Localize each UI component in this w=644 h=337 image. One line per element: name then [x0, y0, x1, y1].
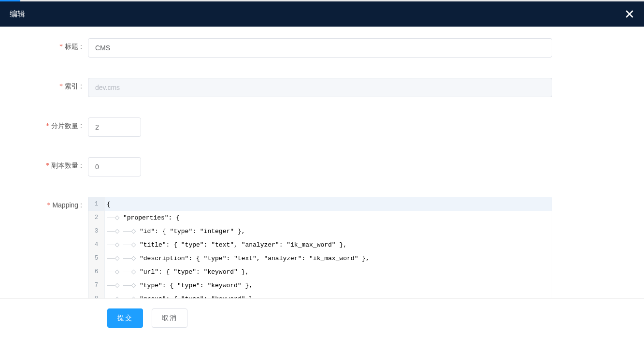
code-text: "properties": { [123, 214, 180, 221]
line-number: 7 [88, 278, 105, 292]
row-index: * 索引: [0, 78, 644, 97]
code-content: "description": { "type": "text", "analyz… [105, 251, 552, 265]
code-line[interactable]: 7"type": { "type": "keyword" }, [88, 278, 552, 292]
submit-button[interactable]: 提交 [107, 308, 143, 328]
indent-guide-icon [123, 251, 140, 265]
code-line[interactable]: 3"id": { "type": "integer" }, [88, 224, 552, 238]
line-number: 6 [88, 265, 105, 278]
label-text: 索引 [65, 82, 78, 91]
code-line[interactable]: 1{ [88, 197, 552, 211]
form-body: * 标题: * 索引: * 分片数量: * 副本数量: [0, 27, 644, 298]
code-content: "id": { "type": "integer" }, [105, 224, 552, 238]
code-content: "url": { "type": "keyword" }, [105, 265, 552, 278]
label-text: 标题 [65, 43, 78, 51]
indent-guide-icon [123, 278, 140, 292]
indent-guide-icon [123, 292, 140, 298]
label-index: * 索引: [0, 78, 88, 91]
code-content: "title": { "type": "text", "analyzer": "… [105, 238, 552, 251]
close-icon [626, 10, 633, 18]
modal-header: 编辑 [0, 1, 644, 27]
code-text: "description": { "type": "text", "analyz… [140, 255, 370, 262]
line-number: 5 [88, 251, 105, 265]
code-content: "group": { "type": "keyword" }, [105, 292, 552, 298]
code-text: "title": { "type": "text", "analyzer": "… [140, 241, 347, 249]
code-line[interactable]: 2"properties": { [88, 211, 552, 224]
indent-guide-icon [107, 224, 123, 238]
code-content: { [105, 197, 552, 211]
indent-guide-icon [107, 278, 123, 292]
code-content: "properties": { [105, 211, 552, 224]
row-shards: * 分片数量: [0, 117, 644, 137]
line-number: 2 [88, 211, 105, 224]
line-number: 3 [88, 224, 105, 238]
indent-guide-icon [107, 211, 123, 224]
required-mark: * [47, 202, 50, 209]
label-text: 分片数量 [51, 122, 78, 131]
title-input[interactable] [88, 38, 552, 58]
code-content: "type": { "type": "keyword" }, [105, 278, 552, 292]
required-mark: * [46, 122, 49, 130]
label-mapping: * Mapping: [0, 197, 88, 209]
label-replicas: * 副本数量: [0, 157, 88, 170]
code-line[interactable]: 6"url": { "type": "keyword" }, [88, 265, 552, 278]
label-text: Mapping [52, 201, 78, 209]
indent-guide-icon [107, 251, 123, 265]
code-line[interactable]: 8"group": { "type": "keyword" }, [88, 292, 552, 298]
required-mark: * [59, 83, 63, 90]
code-text: { [107, 201, 111, 208]
required-mark: * [59, 43, 63, 51]
modal-title: 编辑 [10, 9, 25, 19]
code-text: "type": { "type": "keyword" }, [140, 282, 253, 289]
line-number: 1 [88, 197, 105, 211]
code-text: "id": { "type": "integer" }, [140, 228, 245, 235]
replicas-input[interactable] [88, 157, 141, 176]
cancel-button[interactable]: 取消 [152, 308, 187, 328]
code-line[interactable]: 4"title": { "type": "text", "analyzer": … [88, 238, 552, 251]
required-mark: * [46, 162, 49, 170]
code-text: "url": { "type": "keyword" }, [140, 268, 249, 276]
label-title: * 标题: [0, 38, 88, 51]
label-shards: * 分片数量: [0, 117, 88, 131]
label-text: 副本数量 [51, 161, 78, 170]
shards-input[interactable] [88, 117, 141, 137]
line-number: 8 [88, 292, 105, 298]
mapping-code-editor[interactable]: 1{2"properties": {3"id": { "type": "inte… [88, 197, 552, 298]
index-input [88, 78, 552, 97]
row-mapping: * Mapping: 1{2"properties": {3"id": { "t… [0, 197, 644, 298]
close-button[interactable] [624, 8, 635, 20]
code-line[interactable]: 5"description": { "type": "text", "analy… [88, 251, 552, 265]
indent-guide-icon [107, 292, 123, 298]
modal-footer: 提交 取消 [0, 298, 644, 337]
indent-guide-icon [123, 224, 140, 238]
indent-guide-icon [123, 265, 140, 278]
row-replicas: * 副本数量: [0, 157, 644, 176]
indent-guide-icon [107, 238, 123, 251]
indent-guide-icon [107, 265, 123, 278]
line-number: 4 [88, 238, 105, 251]
row-title: * 标题: [0, 38, 644, 58]
indent-guide-icon [123, 238, 140, 251]
